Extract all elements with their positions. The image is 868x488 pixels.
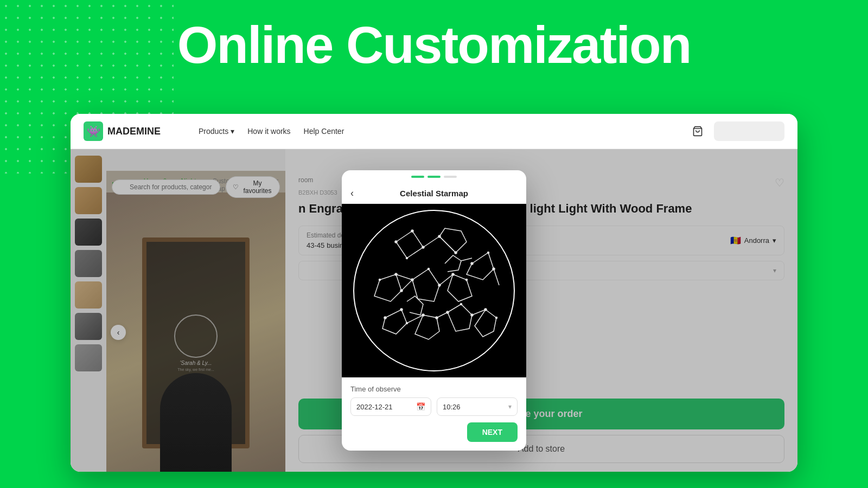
step-dot-3 [444,176,457,178]
products-dropdown-icon: ▾ [231,127,234,136]
svg-point-26 [411,230,413,232]
svg-point-40 [452,273,454,275]
step-dot-1 [411,176,424,178]
logo-text: MADEMINE [107,126,161,137]
svg-point-38 [428,268,430,270]
time-input[interactable] [443,403,504,411]
date-input[interactable] [356,403,412,411]
svg-point-51 [496,317,497,319]
svg-point-31 [471,262,473,265]
svg-point-25 [395,241,397,243]
nav-links: Products ▾ How it works Help Center [199,127,671,136]
calendar-icon: 📅 [416,402,425,411]
time-label: Time of observe [350,385,518,393]
modal-back-button[interactable]: ‹ [350,188,354,199]
page-hero-title: Online Customization [0,15,868,75]
nav-how-it-works[interactable]: How it works [247,127,290,136]
svg-point-27 [422,246,424,248]
svg-point-37 [411,279,413,281]
svg-point-48 [461,304,462,305]
navbar: 👾 MADEMINE Products ▾ How it works Help … [71,114,797,149]
starmap-container [342,204,526,377]
svg-point-3 [354,210,514,371]
modal-title: Celestial Starmap [400,189,468,198]
step-dot-2 [427,176,441,178]
nav-products[interactable]: Products ▾ [199,127,234,136]
svg-point-30 [455,252,457,254]
browser-window: 👾 MADEMINE Products ▾ How it works Help … [71,114,797,472]
page-content: Products / Home & Living / Night Lights … [71,149,797,472]
cart-icon [692,126,703,137]
modal-header: ‹ Celestial Starmap [342,181,526,204]
next-button[interactable]: NEXT [467,422,518,442]
svg-point-39 [438,284,441,286]
svg-point-46 [436,317,438,319]
starmap-svg [353,209,515,372]
nav-right [688,121,784,141]
time-inputs: 📅 ▾ [350,397,518,416]
svg-point-41 [466,279,468,281]
modal: ‹ Celestial Starmap [342,170,526,451]
svg-point-43 [400,309,403,311]
svg-point-45 [422,314,424,316]
svg-point-29 [438,235,441,237]
svg-point-49 [471,314,473,316]
login-button[interactable] [714,121,784,141]
svg-point-50 [484,309,487,311]
svg-point-36 [400,290,403,292]
svg-point-33 [493,268,495,270]
svg-point-28 [406,258,408,259]
modal-footer: NEXT [342,416,526,451]
svg-point-34 [379,279,381,281]
modal-overlay: ‹ Celestial Starmap [71,149,797,472]
step-indicator [342,170,526,181]
time-dropdown-icon: ▾ [508,403,512,410]
svg-point-44 [406,323,408,324]
svg-text:👾: 👾 [87,125,100,138]
cart-button[interactable] [688,121,707,141]
logo-icon: 👾 [84,121,103,141]
date-input-wrapper: 📅 [350,397,431,416]
svg-point-42 [384,317,386,319]
svg-point-32 [488,252,489,254]
logo[interactable]: 👾 MADEMINE [84,121,181,141]
svg-point-35 [395,273,397,275]
time-input-wrapper: ▾ [437,397,518,416]
nav-help-center[interactable]: Help Center [304,127,344,136]
svg-point-47 [446,311,449,313]
time-of-observe-section: Time of observe 📅 ▾ [342,377,526,416]
